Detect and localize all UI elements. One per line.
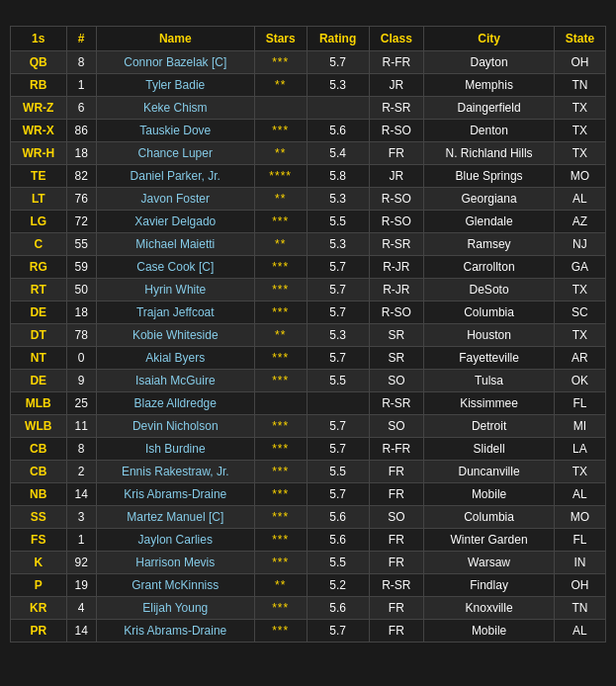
num-cell: 86 bbox=[66, 120, 96, 142]
pos-cell: DE bbox=[11, 370, 67, 392]
pos-cell: SS bbox=[11, 506, 67, 529]
num-cell: 59 bbox=[66, 256, 96, 279]
num-cell: 1 bbox=[66, 74, 96, 97]
num-cell: 18 bbox=[66, 142, 96, 165]
stars-cell: *** bbox=[254, 211, 307, 233]
state-cell: TN bbox=[554, 597, 605, 620]
pos-cell: QB bbox=[11, 51, 67, 74]
table-row: NB14Kris Abrams-Draine***5.7FRMobileAL bbox=[11, 483, 606, 506]
num-cell: 1 bbox=[66, 529, 96, 552]
table-row: RG59Case Cook [C]***5.7R-JRCarrolltonGA bbox=[11, 256, 606, 279]
city-cell: Memphis bbox=[424, 74, 555, 97]
rating-cell: 5.7 bbox=[307, 51, 369, 74]
name-cell: Kris Abrams-Draine bbox=[96, 483, 254, 506]
pos-cell: LG bbox=[11, 211, 67, 233]
rating-cell: 5.7 bbox=[307, 256, 369, 279]
pos-cell: C bbox=[11, 233, 67, 256]
col-num: # bbox=[66, 27, 96, 51]
name-cell: Ennis Rakestraw, Jr. bbox=[96, 461, 254, 483]
state-cell: AR bbox=[554, 347, 605, 370]
city-cell: Duncanville bbox=[424, 461, 555, 483]
rating-cell: 5.3 bbox=[307, 233, 369, 256]
roster-table: 1s # Name Stars Rating Class City State … bbox=[10, 26, 606, 643]
num-cell: 55 bbox=[66, 233, 96, 256]
num-cell: 2 bbox=[66, 461, 96, 483]
pos-cell: CB bbox=[11, 438, 67, 461]
state-cell: AL bbox=[554, 188, 605, 211]
pos-cell: P bbox=[11, 574, 67, 597]
state-cell: AL bbox=[554, 620, 605, 643]
class-cell: FR bbox=[369, 552, 424, 574]
rating-cell: 5.5 bbox=[307, 461, 369, 483]
table-row: TE82Daniel Parker, Jr.****5.8JRBlue Spri… bbox=[11, 165, 606, 188]
rating-cell: 5.7 bbox=[307, 438, 369, 461]
rating-cell: 5.3 bbox=[307, 74, 369, 97]
table-row: WR-X86Tauskie Dove***5.6R-SODentonTX bbox=[11, 120, 606, 142]
city-cell: Findlay bbox=[424, 574, 555, 597]
num-cell: 8 bbox=[66, 51, 96, 74]
class-cell: FR bbox=[369, 597, 424, 620]
table-row: CB2Ennis Rakestraw, Jr.***5.5FRDuncanvil… bbox=[11, 461, 606, 483]
name-cell: Kobie Whiteside bbox=[96, 324, 254, 347]
table-row: KR4Elijah Young***5.6FRKnoxvilleTN bbox=[11, 597, 606, 620]
col-stars: Stars bbox=[254, 27, 307, 51]
class-cell: FR bbox=[369, 483, 424, 506]
class-cell: FR bbox=[369, 620, 424, 643]
pos-cell: PR bbox=[11, 620, 67, 643]
name-cell: Tyler Badie bbox=[96, 74, 254, 97]
stars-cell: *** bbox=[254, 415, 307, 438]
col-city: City bbox=[424, 27, 555, 51]
class-cell: R-SR bbox=[369, 233, 424, 256]
pos-cell: LT bbox=[11, 188, 67, 211]
table-row: WR-Z6Keke ChismR-SRDaingerfieldTX bbox=[11, 97, 606, 120]
rating-cell: 5.6 bbox=[307, 506, 369, 529]
city-cell: Warsaw bbox=[424, 552, 555, 574]
rating-cell bbox=[307, 97, 369, 120]
city-cell: Fayetteville bbox=[424, 347, 555, 370]
city-cell: Detroit bbox=[424, 415, 555, 438]
table-header-row: 1s # Name Stars Rating Class City State bbox=[11, 27, 606, 51]
name-cell: Tauskie Dove bbox=[96, 120, 254, 142]
city-cell: Tulsa bbox=[424, 370, 555, 392]
pos-cell: RT bbox=[11, 279, 67, 301]
col-rating: Rating bbox=[307, 27, 369, 51]
city-cell: Kissimmee bbox=[424, 392, 555, 415]
num-cell: 72 bbox=[66, 211, 96, 233]
state-cell: SC bbox=[554, 301, 605, 324]
class-cell: FR bbox=[369, 529, 424, 552]
pos-cell: WR-X bbox=[11, 120, 67, 142]
stars-cell: *** bbox=[254, 461, 307, 483]
stars-cell: *** bbox=[254, 347, 307, 370]
pos-cell: WR-Z bbox=[11, 97, 67, 120]
name-cell: Connor Bazelak [C] bbox=[96, 51, 254, 74]
city-cell: Knoxville bbox=[424, 597, 555, 620]
name-cell: Ish Burdine bbox=[96, 438, 254, 461]
stars-cell: *** bbox=[254, 597, 307, 620]
stars-cell: *** bbox=[254, 370, 307, 392]
name-cell: Michael Maietti bbox=[96, 233, 254, 256]
table-row: RB1Tyler Badie**5.3JRMemphisTN bbox=[11, 74, 606, 97]
num-cell: 92 bbox=[66, 552, 96, 574]
city-cell: Carrollton bbox=[424, 256, 555, 279]
rating-cell: 5.5 bbox=[307, 552, 369, 574]
stars-cell: ** bbox=[254, 324, 307, 347]
stars-cell: ** bbox=[254, 233, 307, 256]
state-cell: IN bbox=[554, 552, 605, 574]
name-cell: Elijah Young bbox=[96, 597, 254, 620]
stars-cell: ** bbox=[254, 142, 307, 165]
name-cell: Javon Foster bbox=[96, 188, 254, 211]
stars-cell: ** bbox=[254, 188, 307, 211]
num-cell: 14 bbox=[66, 483, 96, 506]
num-cell: 9 bbox=[66, 370, 96, 392]
city-cell: Ramsey bbox=[424, 233, 555, 256]
state-cell: TX bbox=[554, 324, 605, 347]
table-row: P19Grant McKinniss**5.2R-SRFindlayOH bbox=[11, 574, 606, 597]
name-cell: Hyrin White bbox=[96, 279, 254, 301]
table-row: C55Michael Maietti**5.3R-SRRamseyNJ bbox=[11, 233, 606, 256]
class-cell: FR bbox=[369, 461, 424, 483]
state-cell: NJ bbox=[554, 233, 605, 256]
rating-cell bbox=[307, 392, 369, 415]
stars-cell: *** bbox=[254, 620, 307, 643]
city-cell: Mobile bbox=[424, 483, 555, 506]
name-cell: Kris Abrams-Draine bbox=[96, 620, 254, 643]
